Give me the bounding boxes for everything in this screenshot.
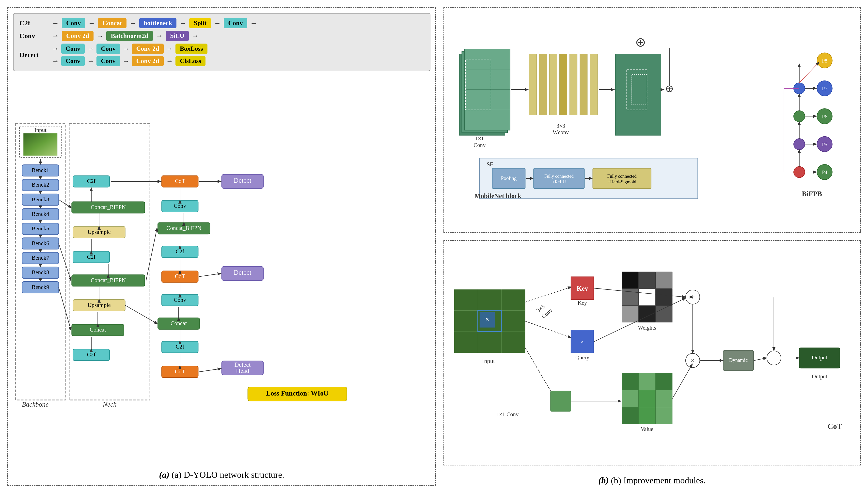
arrow-9: →	[156, 32, 163, 40]
svg-rect-138	[622, 390, 638, 407]
se-fc-relu: Fully connected	[544, 173, 574, 179]
svg-rect-3	[23, 133, 57, 155]
svg-line-61	[199, 369, 221, 372]
concat-bifpn-2: Concat_BiFPN	[91, 277, 126, 283]
svg-line-116	[525, 287, 571, 302]
legend-decect-label: Decect	[19, 51, 49, 59]
wconv-3x3-label: 3×3	[556, 123, 565, 129]
legend-row-decect: Decect → Conv → Conv → Conv 2d → BoxLoss…	[19, 44, 424, 66]
upsample-1: Upsample	[87, 229, 110, 235]
legend-row-c2f: C2f → Conv → Concat → bottleneck → Split…	[19, 18, 424, 28]
arrow-5: →	[214, 19, 221, 27]
arrow-8: →	[96, 32, 103, 40]
svg-rect-142	[638, 407, 655, 424]
svg-rect-128	[638, 305, 655, 322]
svg-rect-79	[549, 54, 557, 115]
block-conv2d-2b: Conv 2d	[132, 56, 164, 66]
svg-line-162	[754, 358, 766, 360]
network-svg: Backbone Input Benck1	[13, 77, 430, 465]
arrow-13a: →	[123, 45, 129, 53]
block-split: Split	[189, 18, 211, 28]
benck9: Benck9	[32, 284, 49, 290]
network-diagram: Backbone Input Benck1	[13, 77, 430, 465]
dynamic-label: Dynamic	[729, 357, 748, 363]
arrow-14a: →	[166, 45, 173, 53]
arrow-14b: →	[166, 57, 173, 65]
output-block: Output	[812, 354, 827, 360]
concat-bifpn-1: Concat_BiFPN	[91, 204, 126, 210]
arrow-11a: →	[52, 45, 59, 53]
block-silu: SiLU	[166, 31, 189, 41]
benck1: Benck1	[32, 167, 49, 173]
arrow-2: →	[88, 19, 95, 27]
svg-rect-137	[656, 373, 672, 390]
head-conv-2: Conv	[174, 297, 186, 303]
svg-line-160	[672, 364, 692, 399]
neck-concat: Concat	[90, 326, 106, 333]
svg-rect-125	[638, 288, 655, 305]
benck6: Benck6	[32, 240, 49, 246]
block-conv-2: Conv	[224, 18, 247, 28]
block-clsloss: ClsLoss	[175, 56, 206, 66]
legend-row-conv: Conv → Conv 2d → Batchnorm2d → SiLU →	[19, 31, 424, 41]
p4-label: P4	[822, 170, 827, 175]
head-concat: Concat	[171, 320, 187, 326]
right-top-panel: ⊕ 1×1 Conv	[443, 7, 861, 233]
benck5: Benck5	[32, 225, 49, 232]
se-hardsig-label: +Hard-Sigmoid	[607, 179, 636, 184]
svg-rect-83	[590, 54, 598, 115]
block-conv-4b: Conv	[96, 56, 120, 66]
legend-area: C2f → Conv → Concat → bottleneck → Split…	[13, 13, 430, 71]
arrow-10: →	[192, 32, 199, 40]
head-cot-3: CoT	[175, 368, 185, 374]
svg-rect-121	[622, 272, 638, 288]
svg-rect-154	[550, 391, 571, 411]
svg-rect-80	[559, 54, 567, 115]
arrow-11b: →	[52, 57, 59, 65]
block-conv-4a: Conv	[96, 44, 120, 54]
output-label: Output	[812, 373, 827, 379]
svg-rect-82	[580, 54, 587, 115]
query-x-marker: ×	[581, 339, 584, 344]
multiply-op: ×	[690, 356, 694, 365]
arrow-13b: →	[123, 57, 129, 65]
input-label: Input	[35, 127, 47, 133]
block-conv-3b: Conv	[61, 56, 85, 66]
caption-text-a: (a) D-YOLO network structure.	[172, 470, 284, 480]
svg-rect-139	[638, 390, 655, 407]
block-conv2d: Conv 2d	[62, 31, 93, 41]
key-label: Key	[578, 300, 587, 306]
conv1x1-label: 1×1 Conv	[496, 411, 519, 417]
block-bottleneck: bottleneck	[139, 18, 177, 28]
svg-line-60	[199, 274, 221, 277]
svg-rect-127	[622, 305, 638, 322]
backbone-label: Backbone	[22, 401, 49, 408]
p6-label: P6	[822, 114, 827, 120]
weights-label: Weights	[638, 324, 656, 330]
benck2: Benck2	[32, 181, 49, 188]
left-panel: C2f → Conv → Concat → bottleneck → Split…	[7, 7, 436, 486]
svg-rect-122	[638, 272, 655, 288]
svg-line-108	[799, 63, 819, 83]
right-bottom-panel: × Input 3×3 Conv Key Key × Query	[443, 240, 861, 466]
block-boxloss: BoxLoss	[175, 44, 208, 54]
head-cot-1: CoT	[175, 178, 185, 184]
svg-line-153	[525, 348, 550, 391]
block-concat: Concat	[98, 18, 126, 28]
bifpb-label: BiFPB	[802, 190, 822, 198]
caption-letter-a: (a)	[159, 470, 169, 480]
caption-letter-b: (b)	[598, 475, 609, 485]
svg-rect-78	[539, 54, 547, 115]
se-label: SE	[486, 161, 494, 167]
se-fc-hardsig: Fully connected	[607, 173, 637, 179]
svg-rect-141	[622, 407, 638, 424]
p5-label: P5	[822, 142, 827, 147]
svg-line-67	[125, 305, 157, 323]
left-caption: (a) (a) D-YOLO network structure.	[13, 465, 430, 480]
svg-line-66	[146, 229, 157, 281]
plus-op-2: +	[772, 353, 776, 362]
head-conv-1: Conv	[174, 202, 186, 209]
p7-label: P7	[822, 86, 827, 91]
benck4: Benck4	[32, 211, 49, 217]
arrow-6: →	[250, 19, 257, 27]
